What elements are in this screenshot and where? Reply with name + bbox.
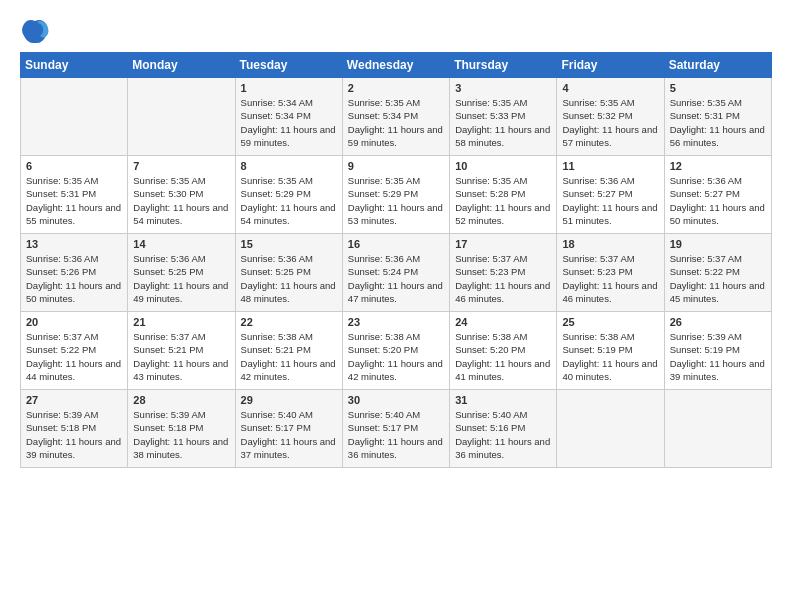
day-number: 13 xyxy=(26,238,122,250)
calendar-table: SundayMondayTuesdayWednesdayThursdayFrid… xyxy=(20,52,772,468)
calendar-cell: 29Sunrise: 5:40 AM Sunset: 5:17 PM Dayli… xyxy=(235,390,342,468)
day-info: Sunrise: 5:37 AM Sunset: 5:22 PM Dayligh… xyxy=(670,252,766,305)
day-info: Sunrise: 5:39 AM Sunset: 5:18 PM Dayligh… xyxy=(26,408,122,461)
day-number: 15 xyxy=(241,238,337,250)
day-number: 29 xyxy=(241,394,337,406)
calendar-cell: 25Sunrise: 5:38 AM Sunset: 5:19 PM Dayli… xyxy=(557,312,664,390)
day-number: 11 xyxy=(562,160,658,172)
calendar-cell: 24Sunrise: 5:38 AM Sunset: 5:20 PM Dayli… xyxy=(450,312,557,390)
day-info: Sunrise: 5:35 AM Sunset: 5:30 PM Dayligh… xyxy=(133,174,229,227)
day-number: 1 xyxy=(241,82,337,94)
day-info: Sunrise: 5:36 AM Sunset: 5:25 PM Dayligh… xyxy=(241,252,337,305)
calendar-cell: 18Sunrise: 5:37 AM Sunset: 5:23 PM Dayli… xyxy=(557,234,664,312)
day-info: Sunrise: 5:34 AM Sunset: 5:34 PM Dayligh… xyxy=(241,96,337,149)
day-info: Sunrise: 5:36 AM Sunset: 5:27 PM Dayligh… xyxy=(670,174,766,227)
day-info: Sunrise: 5:35 AM Sunset: 5:28 PM Dayligh… xyxy=(455,174,551,227)
day-info: Sunrise: 5:36 AM Sunset: 5:25 PM Dayligh… xyxy=(133,252,229,305)
calendar-cell: 21Sunrise: 5:37 AM Sunset: 5:21 PM Dayli… xyxy=(128,312,235,390)
day-number: 30 xyxy=(348,394,444,406)
day-number: 17 xyxy=(455,238,551,250)
day-number: 2 xyxy=(348,82,444,94)
day-number: 19 xyxy=(670,238,766,250)
calendar-cell: 5Sunrise: 5:35 AM Sunset: 5:31 PM Daylig… xyxy=(664,78,771,156)
calendar-cell: 14Sunrise: 5:36 AM Sunset: 5:25 PM Dayli… xyxy=(128,234,235,312)
day-info: Sunrise: 5:38 AM Sunset: 5:20 PM Dayligh… xyxy=(348,330,444,383)
day-info: Sunrise: 5:37 AM Sunset: 5:23 PM Dayligh… xyxy=(455,252,551,305)
header xyxy=(20,16,772,46)
calendar-body: 1Sunrise: 5:34 AM Sunset: 5:34 PM Daylig… xyxy=(21,78,772,468)
calendar-cell: 11Sunrise: 5:36 AM Sunset: 5:27 PM Dayli… xyxy=(557,156,664,234)
calendar-cell: 7Sunrise: 5:35 AM Sunset: 5:30 PM Daylig… xyxy=(128,156,235,234)
calendar-cell xyxy=(557,390,664,468)
header-cell-friday: Friday xyxy=(557,53,664,78)
calendar-cell: 26Sunrise: 5:39 AM Sunset: 5:19 PM Dayli… xyxy=(664,312,771,390)
day-number: 21 xyxy=(133,316,229,328)
day-info: Sunrise: 5:40 AM Sunset: 5:16 PM Dayligh… xyxy=(455,408,551,461)
day-info: Sunrise: 5:36 AM Sunset: 5:24 PM Dayligh… xyxy=(348,252,444,305)
day-number: 24 xyxy=(455,316,551,328)
calendar-cell: 27Sunrise: 5:39 AM Sunset: 5:18 PM Dayli… xyxy=(21,390,128,468)
calendar-cell xyxy=(128,78,235,156)
calendar-cell: 23Sunrise: 5:38 AM Sunset: 5:20 PM Dayli… xyxy=(342,312,449,390)
day-info: Sunrise: 5:40 AM Sunset: 5:17 PM Dayligh… xyxy=(241,408,337,461)
day-number: 16 xyxy=(348,238,444,250)
day-number: 25 xyxy=(562,316,658,328)
week-row-2: 13Sunrise: 5:36 AM Sunset: 5:26 PM Dayli… xyxy=(21,234,772,312)
day-info: Sunrise: 5:39 AM Sunset: 5:19 PM Dayligh… xyxy=(670,330,766,383)
calendar-cell: 30Sunrise: 5:40 AM Sunset: 5:17 PM Dayli… xyxy=(342,390,449,468)
week-row-0: 1Sunrise: 5:34 AM Sunset: 5:34 PM Daylig… xyxy=(21,78,772,156)
calendar-cell: 19Sunrise: 5:37 AM Sunset: 5:22 PM Dayli… xyxy=(664,234,771,312)
day-info: Sunrise: 5:35 AM Sunset: 5:29 PM Dayligh… xyxy=(241,174,337,227)
header-cell-sunday: Sunday xyxy=(21,53,128,78)
day-number: 20 xyxy=(26,316,122,328)
week-row-1: 6Sunrise: 5:35 AM Sunset: 5:31 PM Daylig… xyxy=(21,156,772,234)
day-info: Sunrise: 5:35 AM Sunset: 5:31 PM Dayligh… xyxy=(670,96,766,149)
day-number: 6 xyxy=(26,160,122,172)
day-info: Sunrise: 5:36 AM Sunset: 5:27 PM Dayligh… xyxy=(562,174,658,227)
header-cell-thursday: Thursday xyxy=(450,53,557,78)
day-info: Sunrise: 5:35 AM Sunset: 5:34 PM Dayligh… xyxy=(348,96,444,149)
header-cell-wednesday: Wednesday xyxy=(342,53,449,78)
calendar-cell: 8Sunrise: 5:35 AM Sunset: 5:29 PM Daylig… xyxy=(235,156,342,234)
day-info: Sunrise: 5:39 AM Sunset: 5:18 PM Dayligh… xyxy=(133,408,229,461)
week-row-4: 27Sunrise: 5:39 AM Sunset: 5:18 PM Dayli… xyxy=(21,390,772,468)
day-info: Sunrise: 5:35 AM Sunset: 5:33 PM Dayligh… xyxy=(455,96,551,149)
day-number: 10 xyxy=(455,160,551,172)
day-info: Sunrise: 5:40 AM Sunset: 5:17 PM Dayligh… xyxy=(348,408,444,461)
calendar-cell: 28Sunrise: 5:39 AM Sunset: 5:18 PM Dayli… xyxy=(128,390,235,468)
calendar-cell: 15Sunrise: 5:36 AM Sunset: 5:25 PM Dayli… xyxy=(235,234,342,312)
day-number: 26 xyxy=(670,316,766,328)
calendar-cell: 31Sunrise: 5:40 AM Sunset: 5:16 PM Dayli… xyxy=(450,390,557,468)
day-number: 18 xyxy=(562,238,658,250)
calendar-cell xyxy=(664,390,771,468)
calendar-cell: 16Sunrise: 5:36 AM Sunset: 5:24 PM Dayli… xyxy=(342,234,449,312)
page-container: SundayMondayTuesdayWednesdayThursdayFrid… xyxy=(0,0,792,478)
day-number: 23 xyxy=(348,316,444,328)
calendar-cell: 22Sunrise: 5:38 AM Sunset: 5:21 PM Dayli… xyxy=(235,312,342,390)
calendar-cell: 12Sunrise: 5:36 AM Sunset: 5:27 PM Dayli… xyxy=(664,156,771,234)
day-number: 7 xyxy=(133,160,229,172)
header-cell-tuesday: Tuesday xyxy=(235,53,342,78)
calendar-cell: 3Sunrise: 5:35 AM Sunset: 5:33 PM Daylig… xyxy=(450,78,557,156)
calendar-cell: 13Sunrise: 5:36 AM Sunset: 5:26 PM Dayli… xyxy=(21,234,128,312)
day-number: 8 xyxy=(241,160,337,172)
day-info: Sunrise: 5:37 AM Sunset: 5:22 PM Dayligh… xyxy=(26,330,122,383)
day-info: Sunrise: 5:37 AM Sunset: 5:23 PM Dayligh… xyxy=(562,252,658,305)
calendar-cell: 4Sunrise: 5:35 AM Sunset: 5:32 PM Daylig… xyxy=(557,78,664,156)
week-row-3: 20Sunrise: 5:37 AM Sunset: 5:22 PM Dayli… xyxy=(21,312,772,390)
calendar-cell: 9Sunrise: 5:35 AM Sunset: 5:29 PM Daylig… xyxy=(342,156,449,234)
calendar-cell xyxy=(21,78,128,156)
day-number: 12 xyxy=(670,160,766,172)
day-number: 27 xyxy=(26,394,122,406)
day-number: 22 xyxy=(241,316,337,328)
calendar-cell: 17Sunrise: 5:37 AM Sunset: 5:23 PM Dayli… xyxy=(450,234,557,312)
calendar-cell: 10Sunrise: 5:35 AM Sunset: 5:28 PM Dayli… xyxy=(450,156,557,234)
header-cell-monday: Monday xyxy=(128,53,235,78)
calendar-cell: 6Sunrise: 5:35 AM Sunset: 5:31 PM Daylig… xyxy=(21,156,128,234)
day-number: 4 xyxy=(562,82,658,94)
logo-icon xyxy=(20,16,50,46)
header-row: SundayMondayTuesdayWednesdayThursdayFrid… xyxy=(21,53,772,78)
calendar-cell: 20Sunrise: 5:37 AM Sunset: 5:22 PM Dayli… xyxy=(21,312,128,390)
day-info: Sunrise: 5:37 AM Sunset: 5:21 PM Dayligh… xyxy=(133,330,229,383)
header-cell-saturday: Saturday xyxy=(664,53,771,78)
